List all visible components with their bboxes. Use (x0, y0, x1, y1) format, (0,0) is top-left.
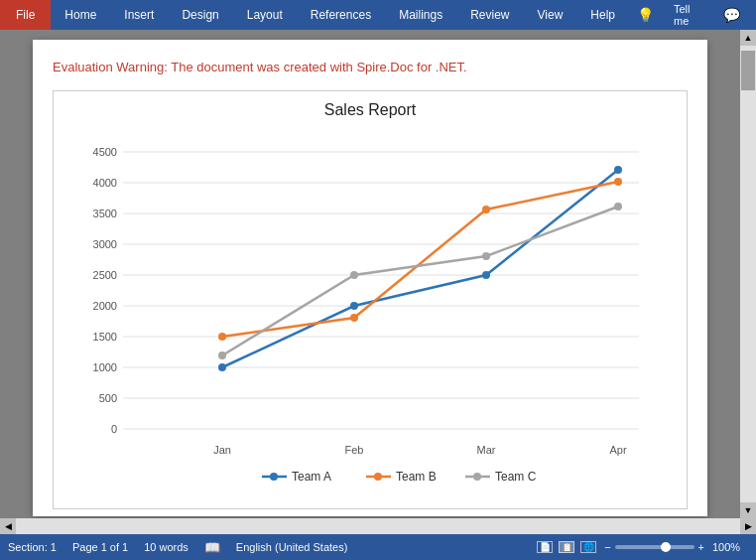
svg-text:Feb: Feb (345, 444, 364, 456)
zoom-thumb[interactable] (661, 542, 671, 552)
ribbon: File Home Insert Design Layout Reference… (0, 0, 756, 30)
statusbar-right: 📄 📋 🌐 − + 100% (537, 541, 748, 553)
document-page: Evaluation Warning: The document was cre… (33, 40, 707, 516)
team-c-dot-mar (482, 252, 490, 260)
svg-text:4000: 4000 (93, 177, 117, 189)
svg-text:Jan: Jan (213, 444, 231, 456)
team-b-dot-jan (218, 333, 226, 341)
document-scroll-area[interactable]: Evaluation Warning: The document was cre… (0, 30, 740, 518)
tab-help[interactable]: Help (576, 0, 629, 30)
zoom-level: 100% (712, 541, 748, 553)
comment-button[interactable]: 💬 (715, 5, 748, 25)
tab-references[interactable]: References (297, 0, 385, 30)
tab-design[interactable]: Design (168, 0, 232, 30)
horizontal-scrollbar[interactable]: ◀ ▶ (0, 518, 756, 534)
zoom-slider[interactable]: − + (604, 541, 704, 553)
scroll-down-button[interactable]: ▼ (740, 502, 756, 518)
svg-text:2500: 2500 (93, 269, 117, 281)
page-indicator: Page 1 of 1 (72, 541, 128, 553)
svg-text:4500: 4500 (93, 146, 117, 158)
hscroll-track (16, 518, 740, 534)
status-bar: Section: 1 Page 1 of 1 10 words 📖 Englis… (0, 534, 756, 560)
lightbulb-icon: 💡 (629, 5, 662, 25)
tab-mailings[interactable]: Mailings (385, 0, 456, 30)
ribbon-tabs: File Home Insert Design Layout Reference… (0, 0, 756, 30)
legend-team-c-label: Team C (495, 470, 537, 484)
team-a-dot-jan (218, 363, 226, 371)
tell-me-button[interactable]: Tell me (666, 1, 711, 29)
team-b-dot-apr (614, 178, 622, 186)
section-text: Section: 1 (8, 541, 57, 553)
team-b-dot-feb (350, 314, 358, 322)
language-indicator: English (United States) (236, 541, 348, 553)
scroll-up-button[interactable]: ▲ (740, 30, 756, 46)
team-c-line (222, 207, 618, 355)
legend-team-c-dot (473, 473, 481, 481)
team-c-dot-apr (614, 203, 622, 210)
vertical-scrollbar[interactable]: ▲ ▼ (740, 30, 756, 518)
svg-text:Apr: Apr (609, 444, 626, 456)
tab-insert[interactable]: Insert (110, 0, 168, 30)
page-text: Page 1 of 1 (72, 541, 128, 553)
svg-text:0: 0 (111, 423, 117, 435)
svg-text:1000: 1000 (93, 361, 117, 373)
legend-team-b-label: Team B (396, 470, 437, 484)
scroll-right-button[interactable]: ▶ (740, 518, 756, 534)
language-text: English (United States) (236, 541, 348, 553)
zoom-minus-button[interactable]: − (604, 541, 610, 553)
legend-team-a-label: Team A (292, 470, 331, 484)
tab-home[interactable]: Home (51, 0, 110, 30)
ribbon-right-area: 💡 Tell me 💬 (629, 0, 756, 30)
team-b-line (222, 182, 618, 337)
chart-container: Sales Report (53, 90, 688, 509)
team-a-dot-apr (614, 166, 622, 174)
legend-team-b-dot (374, 473, 382, 481)
team-b-dot-mar (482, 206, 490, 213)
word-count-text: 10 words (144, 541, 189, 553)
section-indicator: Section: 1 (8, 541, 57, 553)
evaluation-warning: Evaluation Warning: The document was cre… (53, 60, 688, 74)
word-count-indicator: 10 words (144, 541, 189, 553)
svg-text:1500: 1500 (93, 331, 117, 343)
tab-layout[interactable]: Layout (233, 0, 297, 30)
team-a-line (222, 170, 618, 367)
scroll-left-button[interactable]: ◀ (0, 518, 16, 534)
chart-title: Sales Report (73, 101, 667, 119)
print-layout-icon[interactable]: 📋 (559, 541, 574, 553)
scrollbar-track[interactable] (740, 46, 756, 502)
team-c-dot-feb (350, 271, 358, 279)
view-icons-group: 📄 📋 🌐 (537, 541, 596, 553)
tab-review[interactable]: Review (456, 0, 523, 30)
sales-chart: 0 500 1000 1500 2000 2500 3000 3500 4000… (73, 131, 659, 489)
team-c-dot-jan (218, 351, 226, 359)
svg-text:500: 500 (99, 392, 117, 404)
tab-file[interactable]: File (0, 0, 51, 30)
svg-text:2000: 2000 (93, 300, 117, 312)
legend-team-a-dot (270, 473, 278, 481)
read-mode-icon[interactable]: 📄 (537, 541, 553, 553)
zoom-track[interactable] (615, 545, 694, 549)
web-layout-icon[interactable]: 🌐 (580, 541, 596, 553)
team-a-dot-feb (350, 302, 358, 310)
document-container: Evaluation Warning: The document was cre… (0, 30, 756, 518)
proofing-icon: 📖 (204, 540, 220, 555)
svg-text:3500: 3500 (93, 208, 117, 219)
zoom-plus-button[interactable]: + (698, 541, 704, 553)
svg-text:Mar: Mar (477, 444, 496, 456)
scrollbar-thumb[interactable] (741, 51, 755, 90)
team-a-dot-mar (482, 271, 490, 279)
svg-text:3000: 3000 (93, 238, 117, 250)
proofing-icon-area: 📖 (204, 540, 220, 555)
tab-view[interactable]: View (524, 0, 577, 30)
